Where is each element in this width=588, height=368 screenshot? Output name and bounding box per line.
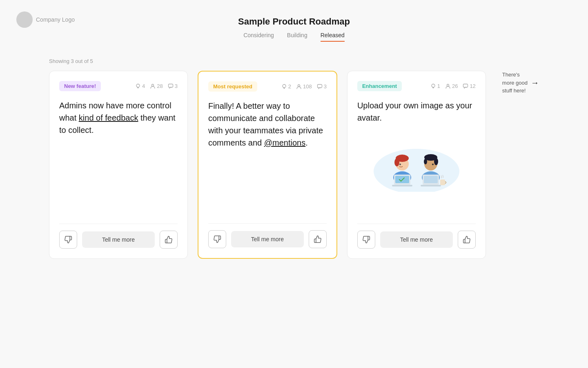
comments-icon-3 (463, 83, 468, 89)
svg-point-1 (152, 84, 154, 86)
tell-me-more-button-1[interactable]: Tell me more (82, 231, 155, 248)
thumbs-down-button-3[interactable] (357, 231, 375, 249)
thumbs-up-button-2[interactable] (309, 230, 327, 248)
thumbs-down-button-2[interactable] (208, 230, 226, 248)
svg-point-23 (432, 164, 434, 165)
card-text-1: Admins now have more control what kind o… (59, 99, 178, 136)
card-header-2: Most requested 2 108 (208, 81, 327, 92)
svg-rect-2 (168, 84, 173, 87)
more-stuff-text: There'smore goodstuff here! (502, 71, 528, 95)
card-stats-2: 2 108 3 (281, 83, 327, 90)
users-count-2: 108 (303, 83, 312, 90)
svg-point-3 (283, 84, 286, 88)
svg-point-13 (394, 158, 399, 166)
svg-point-4 (298, 85, 300, 87)
svg-rect-8 (463, 84, 468, 87)
tab-bar: Considering Building Released (243, 32, 345, 42)
thumbs-down-button-1[interactable] (59, 231, 77, 249)
card-header-3: Enhancement 1 26 (357, 81, 476, 91)
tab-building[interactable]: Building (287, 32, 307, 42)
comments-count-2: 3 (324, 83, 327, 90)
svg-rect-17 (392, 185, 412, 186)
thumbs-up-icon-2 (314, 235, 322, 243)
thumbs-up-button-3[interactable] (458, 231, 476, 249)
tab-released[interactable]: Released (321, 32, 345, 42)
card-new-feature: New feature! 4 28 (49, 71, 188, 259)
thumbs-down-icon-3 (362, 236, 370, 244)
more-stuff-indicator: There'smore goodstuff here! → (502, 71, 539, 95)
stat-comments-1: 3 (168, 83, 178, 89)
stat-ideas-2: 2 (281, 83, 291, 90)
card-body-2: Finally! A better way to communicate and… (208, 100, 327, 215)
page-header: Sample Product Roadmap Considering Build… (0, 0, 588, 42)
company-logo-area: Company Logo (16, 11, 75, 28)
users-count-3: 26 (452, 83, 458, 89)
comments-count-1: 3 (175, 83, 178, 89)
mentions-link[interactable]: @mentions (264, 138, 305, 147)
stat-comments-3: 12 (463, 83, 475, 89)
badge-enhancement: Enhancement (357, 81, 402, 91)
kind-of-feedback-link[interactable]: kind of feedback (79, 113, 138, 122)
company-logo-text: Company Logo (36, 16, 75, 23)
badge-new-feature: New feature! (59, 81, 101, 91)
thumbs-up-icon-3 (463, 236, 471, 244)
avatar-illustration (372, 130, 461, 192)
stat-users-2: 108 (296, 83, 312, 90)
logo-circle (16, 11, 33, 28)
users-icon-2 (296, 84, 302, 90)
svg-point-14 (399, 164, 401, 165)
card-illustration (357, 130, 476, 192)
svg-point-21 (434, 158, 438, 165)
thumbs-up-button-1[interactable] (160, 231, 178, 249)
arrow-right-icon: → (531, 78, 539, 88)
users-icon-1 (150, 83, 156, 89)
comments-icon-1 (168, 83, 174, 89)
main-content: Showing 3 out of 5 New feature! 4 (0, 42, 588, 275)
idea-icon-3 (430, 83, 436, 89)
tell-me-more-button-2[interactable]: Tell me more (231, 231, 304, 247)
svg-rect-25 (424, 176, 438, 183)
page-title: Sample Product Roadmap (238, 16, 350, 27)
svg-point-6 (432, 84, 435, 87)
card-footer-3: Tell me more (357, 224, 476, 249)
showing-count: Showing 3 out of 5 (49, 58, 539, 64)
badge-most-requested: Most requested (208, 81, 257, 92)
comments-count-3: 12 (470, 83, 475, 89)
card-most-requested: Most requested 2 108 (198, 71, 337, 259)
idea-icon-1 (135, 83, 141, 89)
users-count-1: 28 (157, 83, 163, 89)
tell-me-more-button-3[interactable]: Tell me more (380, 231, 453, 248)
comments-icon-2 (317, 84, 323, 90)
ideas-count-3: 1 (437, 83, 440, 89)
cards-row: New feature! 4 28 (49, 71, 539, 259)
idea-icon-2 (281, 84, 287, 90)
card-body-1: Admins now have more control what kind o… (59, 99, 178, 215)
card-footer-1: Tell me more (59, 224, 178, 249)
users-icon-3 (445, 83, 451, 89)
stat-ideas-3: 1 (430, 83, 440, 89)
svg-rect-5 (317, 84, 322, 88)
card-stats-3: 1 26 12 (430, 83, 476, 89)
stat-users-1: 28 (150, 83, 163, 89)
card-stats-1: 4 28 3 (135, 83, 178, 89)
svg-rect-26 (421, 185, 441, 186)
tab-considering[interactable]: Considering (243, 32, 274, 42)
card-text-3: Upload your own image as your avatar. (357, 99, 476, 124)
stat-ideas-1: 4 (135, 83, 145, 89)
stat-users-3: 26 (445, 83, 458, 89)
card-text-2: Finally! A better way to communicate and… (208, 100, 327, 149)
thumbs-down-icon-1 (64, 236, 72, 244)
svg-point-7 (447, 84, 449, 86)
ideas-count-1: 4 (142, 83, 145, 89)
card-header-1: New feature! 4 28 (59, 81, 178, 91)
svg-point-0 (136, 84, 140, 87)
card-footer-2: Tell me more (208, 223, 327, 248)
svg-rect-27 (440, 180, 445, 185)
card-enhancement: Enhancement 1 26 (347, 71, 486, 259)
svg-point-9 (374, 149, 459, 192)
ideas-count-2: 2 (288, 83, 291, 90)
thumbs-down-icon-2 (213, 235, 221, 243)
svg-point-22 (424, 159, 427, 164)
stat-comments-2: 3 (317, 83, 327, 90)
thumbs-up-icon-1 (165, 236, 173, 244)
